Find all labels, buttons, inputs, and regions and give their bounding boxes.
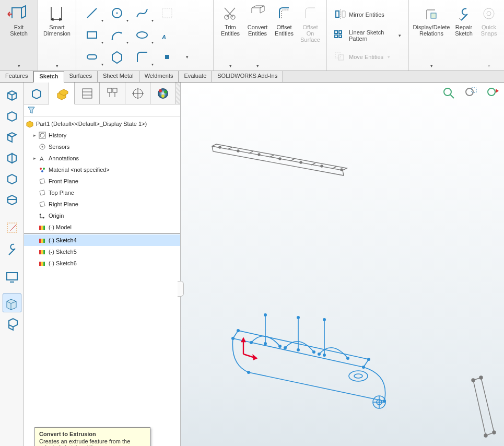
smart-dimension-button[interactable]: Smart Dimension ▾ — [41, 2, 73, 69]
polygon-tool[interactable] — [104, 46, 130, 68]
svg-text:A: A — [161, 34, 166, 40]
tree-sketch6[interactable]: (-) Sketch6 — [24, 257, 180, 269]
tree-right-plane[interactable]: Right Plane — [24, 198, 180, 210]
arc-tool[interactable]: ▾ — [104, 24, 130, 46]
panel-tab-assembly-icon[interactable] — [24, 83, 49, 104]
panel-tab-dimxpert-icon[interactable] — [125, 83, 150, 104]
relations-icon — [422, 4, 441, 23]
tree-top-plane[interactable]: Top Plane — [24, 187, 180, 198]
offset-surface-button: Offset On Surface — [297, 2, 323, 69]
circle-tool[interactable]: ▾ — [104, 2, 130, 24]
offset-surface-label: Offset On Surface — [300, 24, 320, 43]
tab-surfaces[interactable]: Surfaces — [64, 71, 98, 82]
panel-tab-overflow[interactable] — [176, 83, 180, 104]
chevron-down-icon: ▾ — [151, 62, 154, 67]
tab-features[interactable]: Features — [0, 71, 33, 82]
display-relations-button[interactable]: Display/Delete Relations ▾ — [412, 2, 451, 69]
tree-front-plane[interactable]: Front Plane — [24, 175, 180, 187]
strip-front-icon[interactable] — [3, 107, 21, 125]
line-tool[interactable]: ▾ — [79, 2, 104, 24]
offset-surface-icon — [301, 4, 320, 23]
svg-rect-4 — [87, 32, 97, 38]
linear-pattern-label: Linear Sketch Pattern — [349, 29, 394, 42]
svg-point-38 — [159, 89, 162, 92]
right-plane-label: Right Plane — [49, 201, 78, 207]
tree-origin[interactable]: Origin — [24, 210, 180, 221]
sketch-icon — [38, 259, 47, 268]
chevron-down-icon: ▾ — [256, 63, 259, 68]
tree-model[interactable]: (-) Model — [24, 221, 180, 233]
mirror-icon — [334, 9, 347, 20]
trim-entities-button[interactable]: Trim Entities ▾ — [217, 2, 244, 69]
strip-extrude-icon[interactable] — [3, 294, 21, 312]
tab-evaluate[interactable]: Evaluate — [179, 71, 212, 82]
text-tool[interactable]: A — [155, 24, 180, 46]
svg-point-90 — [264, 313, 267, 316]
strip-iso-icon[interactable] — [3, 86, 21, 104]
rectangle-tool[interactable]: ▾ — [79, 24, 104, 46]
svg-point-78 — [341, 169, 343, 171]
fillet-tool[interactable]: ▾ — [130, 46, 155, 68]
offset-entities-button[interactable]: Offset Entities — [271, 2, 297, 69]
chevron-down-icon: ▾ — [56, 63, 58, 68]
chevron-down-icon: ▾ — [101, 62, 103, 67]
strip-left-icon[interactable] — [3, 148, 21, 167]
panel-tab-feature-icon[interactable] — [49, 83, 74, 104]
group-3-dropdown[interactable]: ▾ — [180, 46, 209, 68]
convert-entities-button[interactable]: Convert Entities ▾ — [244, 2, 271, 69]
mirror-entities-button[interactable]: Mirror Entities — [334, 7, 401, 22]
filter-icon[interactable] — [27, 106, 36, 115]
svg-point-94 — [362, 366, 365, 369]
strip-monitor-icon[interactable] — [3, 267, 21, 286]
strip-sketch-icon[interactable] — [3, 218, 21, 237]
slot-tool[interactable]: ▾ — [79, 46, 104, 68]
strip-right-icon[interactable] — [3, 169, 21, 188]
expander-icon[interactable]: ▸ — [31, 156, 38, 161]
group-exit-sketch: Exit Sketch ▾ — [0, 0, 38, 71]
repair-icon — [454, 4, 473, 23]
tree-annotations[interactable]: ▸ A Annotations — [24, 152, 180, 164]
linear-pattern-button[interactable]: Linear Sketch Pattern ▾ — [334, 28, 401, 43]
svg-rect-51 — [43, 226, 45, 230]
ellipse-tool[interactable]: ▾ — [130, 24, 155, 46]
strip-section-icon[interactable] — [3, 190, 21, 209]
panel-tab-config-icon[interactable] — [100, 83, 125, 104]
svg-point-7 — [137, 32, 147, 38]
exit-sketch-button[interactable]: Exit Sketch ▾ — [3, 2, 34, 69]
viewport[interactable] — [181, 83, 504, 446]
material-label: Material <not specified> — [49, 167, 110, 173]
panel-tab-appearance-icon[interactable] — [150, 83, 175, 104]
svg-rect-14 — [335, 31, 337, 33]
svg-rect-15 — [339, 31, 342, 33]
tree-sensors[interactable]: Sensors — [24, 141, 180, 152]
strip-wrench-icon[interactable] — [3, 239, 21, 258]
tab-sketch[interactable]: Sketch — [33, 71, 64, 83]
svg-point-97 — [284, 346, 287, 349]
spline-tool[interactable]: ▾ — [130, 2, 155, 24]
tree-material[interactable]: Material <not specified> — [24, 164, 180, 175]
expander-icon[interactable]: ▸ — [31, 133, 38, 138]
svg-point-22 — [487, 11, 491, 16]
tree-history[interactable]: ▸ History — [24, 130, 180, 141]
svg-point-44 — [42, 146, 43, 148]
chevron-down-icon: ▾ — [229, 63, 232, 68]
svg-rect-3 — [162, 8, 172, 18]
panel-tab-property-icon[interactable] — [75, 83, 100, 104]
strip-back-icon[interactable] — [3, 127, 21, 146]
svg-point-40 — [161, 95, 165, 98]
chevron-down-icon: ▾ — [101, 40, 103, 45]
tree-root[interactable]: Part1 (Default<<Default>_Display State 1… — [24, 118, 180, 130]
tab-addins[interactable]: SOLIDWORKS Add-Ins — [212, 71, 283, 82]
tree-sketch5[interactable]: (-) Sketch5 — [24, 246, 180, 257]
svg-point-76 — [300, 161, 302, 163]
splitter-handle[interactable] — [178, 281, 184, 297]
repair-sketch-button[interactable]: Repair Sketch — [451, 2, 477, 69]
tab-weldments[interactable]: Weldments — [139, 71, 179, 82]
annotations-icon: A — [38, 154, 47, 163]
strip-revolve-icon[interactable] — [3, 314, 21, 333]
svg-point-2 — [116, 13, 118, 14]
tree-sketch4[interactable]: (-) Sketch4 — [24, 234, 180, 246]
point-tool[interactable] — [155, 46, 180, 68]
svg-point-109 — [479, 376, 483, 379]
tab-sheet-metal[interactable]: Sheet Metal — [98, 71, 139, 82]
